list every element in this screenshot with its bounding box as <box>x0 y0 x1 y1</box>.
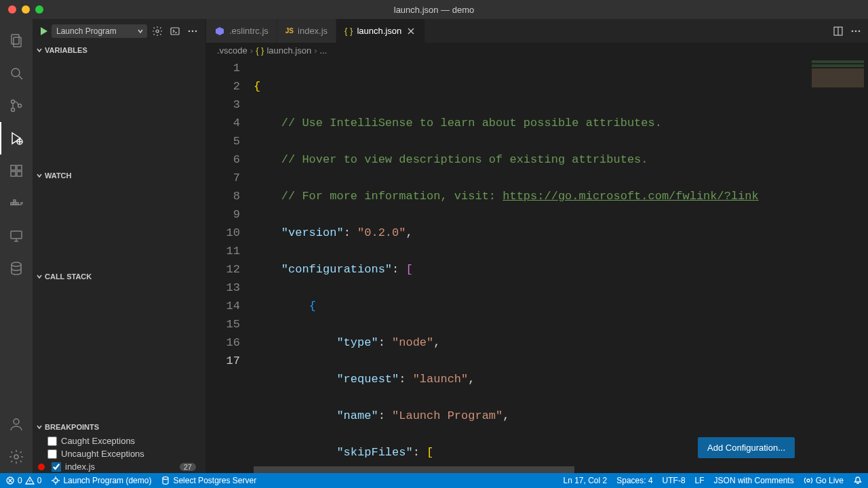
json-file-icon: { } <box>256 45 264 56</box>
breadcrumb-file[interactable]: launch.json <box>267 45 311 56</box>
source-control-icon[interactable] <box>0 89 33 122</box>
close-tab-icon[interactable] <box>406 26 416 37</box>
warning-icon <box>25 476 35 485</box>
add-configuration-button[interactable]: Add Configuration... <box>698 437 795 458</box>
breadcrumb-separator: › <box>250 45 253 56</box>
status-bar: 0 0 Launch Program (demo) Select Postgre… <box>0 473 868 488</box>
svg-rect-11 <box>11 165 16 170</box>
breakpoint-uncaught-exceptions[interactable]: Uncaught Exceptions <box>33 447 205 460</box>
horizontal-scrollbar[interactable] <box>254 466 807 473</box>
minimap[interactable] <box>807 58 868 473</box>
database-icon[interactable] <box>0 252 33 285</box>
watch-label: WATCH <box>45 171 72 180</box>
variables-label: VARIABLES <box>45 46 87 54</box>
status-golive[interactable]: Go Live <box>804 476 844 485</box>
explorer-icon[interactable] <box>0 24 33 57</box>
bell-icon <box>853 476 863 485</box>
breakpoint-file-row[interactable]: index.js 27 <box>33 460 205 473</box>
tab-indexjs[interactable]: JS index.js <box>277 19 336 43</box>
breadcrumb-tail[interactable]: ... <box>320 45 328 56</box>
remote-icon[interactable] <box>0 220 33 252</box>
svg-rect-12 <box>17 165 22 170</box>
status-cursor-pos[interactable]: Ln 17, Col 2 <box>564 476 608 485</box>
svg-rect-27 <box>171 28 179 35</box>
debug-settings-gear-icon[interactable] <box>150 24 165 39</box>
breakpoint-caught-exceptions[interactable]: Caught Exceptions <box>33 434 205 447</box>
chevron-down-icon <box>35 423 43 431</box>
settings-gear-icon[interactable] <box>0 441 33 473</box>
minimize-window-button[interactable] <box>22 5 30 14</box>
maximize-window-button[interactable] <box>35 5 43 14</box>
status-indent[interactable]: Spaces: 4 <box>616 476 652 485</box>
tab-eslintrc[interactable]: .eslintrc.js <box>206 19 277 43</box>
callstack-section-header[interactable]: CALL STACK <box>33 269 205 284</box>
line-gutter: 1234 5678 9101112 13141516 17 <box>206 58 254 473</box>
breadcrumbs[interactable]: .vscode › { } launch.json › ... <box>206 43 868 58</box>
watch-section-header[interactable]: WATCH <box>33 168 205 183</box>
status-notifications[interactable] <box>853 476 863 485</box>
scrollbar-thumb[interactable] <box>254 466 574 473</box>
status-language[interactable]: JSON with Comments <box>714 476 794 485</box>
svg-marker-25 <box>41 27 47 35</box>
callstack-label: CALL STACK <box>45 272 92 281</box>
start-debug-button[interactable] <box>38 26 49 37</box>
broadcast-icon <box>804 476 813 485</box>
status-eol[interactable]: LF <box>695 476 705 485</box>
extensions-icon[interactable] <box>0 155 33 187</box>
run-debug-icon[interactable] <box>0 122 33 155</box>
status-encoding[interactable]: UTF-8 <box>663 476 686 485</box>
breadcrumb-folder[interactable]: .vscode <box>217 45 248 56</box>
debug-sidebar: Launch Program VARIABLES <box>33 19 206 473</box>
svg-point-45 <box>54 479 58 483</box>
svg-rect-13 <box>11 171 16 176</box>
code-content[interactable]: { // Use IntelliSense to learn about pos… <box>254 58 868 473</box>
error-icon <box>5 476 15 485</box>
svg-point-51 <box>807 479 810 482</box>
chevron-down-icon <box>35 272 43 281</box>
svg-point-2 <box>12 68 20 77</box>
uncaught-exceptions-checkbox[interactable] <box>47 449 57 459</box>
tab-label: index.js <box>298 26 328 36</box>
tab-label: launch.json <box>357 26 401 36</box>
status-postgres[interactable]: Select Postgres Server <box>161 476 256 485</box>
svg-point-37 <box>852 30 854 32</box>
debug-config-dropdown[interactable]: Launch Program <box>52 24 147 38</box>
svg-point-50 <box>163 477 168 480</box>
json-file-icon: { } <box>344 26 353 36</box>
docker-icon[interactable] <box>0 187 33 220</box>
svg-point-4 <box>12 100 15 104</box>
more-actions-icon[interactable] <box>850 26 861 37</box>
breakpoints-section-header[interactable]: BREAKPOINTS <box>33 420 205 434</box>
status-problems[interactable]: 0 0 <box>5 476 41 485</box>
tab-label: .eslintrc.js <box>229 26 269 36</box>
svg-rect-14 <box>17 171 22 176</box>
breakpoint-file-checkbox[interactable] <box>52 462 61 472</box>
more-icon[interactable] <box>185 24 200 39</box>
window-controls <box>0 5 43 14</box>
activity-bar <box>0 19 33 473</box>
editor-body[interactable]: 1234 5678 9101112 13141516 17 { // Use I… <box>206 58 868 473</box>
status-debug-target[interactable]: Launch Program (demo) <box>51 476 151 485</box>
chevron-down-icon <box>35 46 43 54</box>
breakpoint-dot-icon <box>38 464 45 470</box>
variables-section-header[interactable]: VARIABLES <box>33 43 205 58</box>
svg-point-5 <box>12 108 15 112</box>
accounts-icon[interactable] <box>0 408 33 441</box>
split-editor-icon[interactable] <box>833 26 844 37</box>
search-icon[interactable] <box>0 57 33 89</box>
breakpoints-label: BREAKPOINTS <box>45 423 99 431</box>
svg-point-39 <box>859 30 861 32</box>
debug-console-icon[interactable] <box>167 24 182 39</box>
debug-toolbar: Launch Program <box>33 19 205 43</box>
window-title: launch.json — demo <box>394 5 475 15</box>
caught-exceptions-checkbox[interactable] <box>47 436 57 446</box>
tab-launchjson[interactable]: { } launch.json <box>336 19 425 43</box>
close-window-button[interactable] <box>8 5 16 14</box>
breadcrumb-separator: › <box>314 45 317 56</box>
svg-rect-18 <box>14 200 16 202</box>
chevron-down-icon <box>35 171 43 180</box>
svg-rect-0 <box>12 35 19 44</box>
caught-exceptions-label: Caught Exceptions <box>61 436 135 446</box>
svg-marker-32 <box>216 27 224 35</box>
js-file-icon: JS <box>285 27 294 35</box>
